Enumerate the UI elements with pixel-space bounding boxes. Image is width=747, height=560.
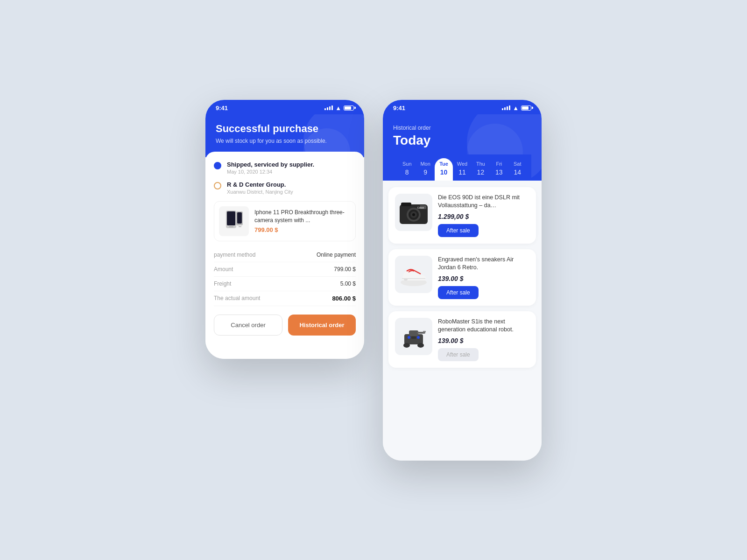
- amount-value: 799.00 $: [334, 266, 356, 273]
- order-card-robot: RoboMaster S1is the next generation educ…: [388, 311, 536, 368]
- phone-history: 9:41 ▲ Historical order Today: [383, 100, 542, 461]
- svg-rect-20: [409, 330, 418, 336]
- status-icons-2: ▲: [502, 105, 531, 112]
- status-time-1: 9:41: [216, 105, 228, 112]
- svg-rect-5: [239, 226, 241, 227]
- svg-point-18: [403, 343, 410, 348]
- status-bar-1: 9:41 ▲: [205, 100, 364, 114]
- payment-label: payment method: [214, 252, 255, 258]
- order-card-sneakers: Engraved men's sneakers Air Jordan 6 Ret…: [388, 249, 536, 306]
- history-body: Canon Die EOS 90D ist eine DSLR mit Voll…: [383, 181, 542, 461]
- camera-image: Canon: [395, 194, 432, 231]
- purchase-body: Shipped, serviced by supplier. May 10, 2…: [205, 152, 364, 359]
- total-label: The actual amount: [214, 295, 260, 302]
- total-value: 806.00 $: [332, 295, 356, 302]
- day-name-sun: Sun: [402, 161, 412, 167]
- svg-point-23: [408, 336, 410, 339]
- freight-value: 5.00 $: [340, 280, 356, 287]
- camera-price: 1.299,00 $: [438, 213, 529, 220]
- robot-name: RoboMaster S1is the next generation educ…: [438, 318, 529, 334]
- timeline-main-1: Shipped, serviced by supplier.: [227, 161, 314, 168]
- signal-icon: [324, 105, 333, 110]
- history-header: Historical order Today Sun 8 Mon 9 Tue 1…: [383, 114, 542, 181]
- svg-rect-4: [237, 212, 242, 224]
- history-today: Today: [393, 133, 531, 148]
- signal-icon-2: [502, 105, 510, 110]
- svg-rect-25: [411, 336, 416, 339]
- sneakers-price: 139.00 $: [438, 275, 529, 282]
- day-name-sat: Sat: [514, 161, 521, 167]
- purchase-header: Successful purchase We will stock up for…: [205, 114, 364, 157]
- status-icons-1: ▲: [324, 105, 354, 112]
- order-row-payment: payment method Online payment: [214, 248, 356, 262]
- product-image: [219, 206, 249, 236]
- timeline-text-1: Shipped, serviced by supplier. May 10, 2…: [227, 161, 314, 175]
- history-label: Historical order: [393, 120, 531, 131]
- order-row-freight: Freight 5.00 $: [214, 277, 356, 291]
- battery-icon-2: [521, 105, 531, 111]
- cal-day-sun[interactable]: Sun 8: [398, 158, 416, 181]
- purchase-subtitle: We will stock up for you as soon as poss…: [216, 138, 354, 144]
- sneakers-name: Engraved men's sneakers Air Jordan 6 Ret…: [438, 256, 529, 272]
- phone-purchase: 9:41 ▲ Successful purchase We will stock…: [205, 100, 364, 359]
- freight-label: Freight: [214, 280, 231, 287]
- order-card-camera: Canon Die EOS 90D ist eine DSLR mit Voll…: [388, 187, 536, 244]
- cal-day-thu[interactable]: Thu 12: [472, 158, 490, 181]
- button-row: Cancel order Historical order: [214, 315, 356, 350]
- timeline-item-1: Shipped, serviced by supplier. May 10, 2…: [214, 161, 356, 175]
- order-content-camera: Die EOS 90D ist eine DSLR mit Vollaussta…: [438, 194, 529, 237]
- status-bar-2: 9:41 ▲: [383, 100, 542, 114]
- phones-container: 9:41 ▲ Successful purchase We will stock…: [205, 72, 542, 489]
- day-name-wed: Wed: [457, 161, 467, 167]
- after-sale-button-sneakers[interactable]: After sale: [438, 286, 479, 299]
- day-name-thu: Thu: [476, 161, 485, 167]
- timeline-dot-inactive: [214, 182, 221, 189]
- order-content-robot: RoboMaster S1is the next generation educ…: [438, 318, 529, 361]
- wifi-icon: ▲: [335, 105, 341, 112]
- historical-order-button[interactable]: Historical order: [288, 315, 356, 336]
- cancel-order-button[interactable]: Cancel order: [214, 315, 282, 336]
- svg-text:Canon: Canon: [417, 206, 424, 209]
- order-details: payment method Online payment Amount 799…: [214, 248, 356, 306]
- order-row-total: The actual amount 806.00 $: [214, 291, 356, 306]
- product-info: Iphone 11 PRO Breakthrough three-camera …: [254, 209, 351, 233]
- day-num-sun: 8: [405, 168, 409, 176]
- day-name-fri: Fri: [496, 161, 502, 167]
- timeline-main-2: R & D Center Group.: [227, 181, 293, 188]
- day-num-thu: 12: [477, 168, 485, 176]
- day-name-tue: Tue: [439, 161, 448, 167]
- after-sale-button-robot[interactable]: After sale: [438, 348, 479, 361]
- product-card: Iphone 11 PRO Breakthrough three-camera …: [214, 201, 356, 241]
- cal-day-mon[interactable]: Mon 9: [416, 158, 434, 181]
- svg-point-16: [404, 279, 408, 280]
- order-row-amount: Amount 799.00 $: [214, 262, 356, 277]
- after-sale-button-camera[interactable]: After sale: [438, 224, 479, 237]
- day-num-fri: 13: [495, 168, 503, 176]
- product-price: 799.00 $: [254, 226, 351, 233]
- day-num-mon: 9: [423, 168, 427, 176]
- svg-rect-22: [423, 331, 426, 332]
- svg-point-19: [417, 343, 424, 348]
- cal-day-tue[interactable]: Tue 10: [435, 158, 453, 181]
- day-num-tue: 10: [440, 168, 448, 176]
- svg-rect-2: [229, 226, 233, 227]
- battery-icon: [344, 105, 354, 111]
- day-num-sat: 14: [514, 168, 521, 176]
- amount-label: Amount: [214, 266, 233, 273]
- svg-point-24: [417, 336, 420, 339]
- svg-rect-7: [401, 203, 411, 206]
- timeline-text-2: R & D Center Group. Xuanwu District, Nan…: [227, 181, 293, 195]
- purchase-title: Successful purchase: [216, 123, 354, 135]
- product-name: Iphone 11 PRO Breakthrough three-camera …: [254, 209, 351, 224]
- svg-point-11: [412, 213, 415, 216]
- timeline-sub-1: May 10, 2020 12:34: [227, 169, 314, 175]
- cal-day-fri[interactable]: Fri 13: [490, 158, 508, 181]
- svg-rect-1: [227, 211, 235, 225]
- order-content-sneakers: Engraved men's sneakers Air Jordan 6 Ret…: [438, 256, 529, 299]
- calendar-strip: Sun 8 Mon 9 Tue 10 Wed 11 Thu 12: [393, 154, 531, 181]
- timeline-item-2: R & D Center Group. Xuanwu District, Nan…: [214, 181, 356, 195]
- status-time-2: 9:41: [393, 105, 405, 112]
- cal-day-sat[interactable]: Sat 14: [508, 158, 527, 181]
- timeline-sub-2: Xuanwu District, Nanjing City: [227, 189, 293, 195]
- cal-day-wed[interactable]: Wed 11: [453, 158, 471, 181]
